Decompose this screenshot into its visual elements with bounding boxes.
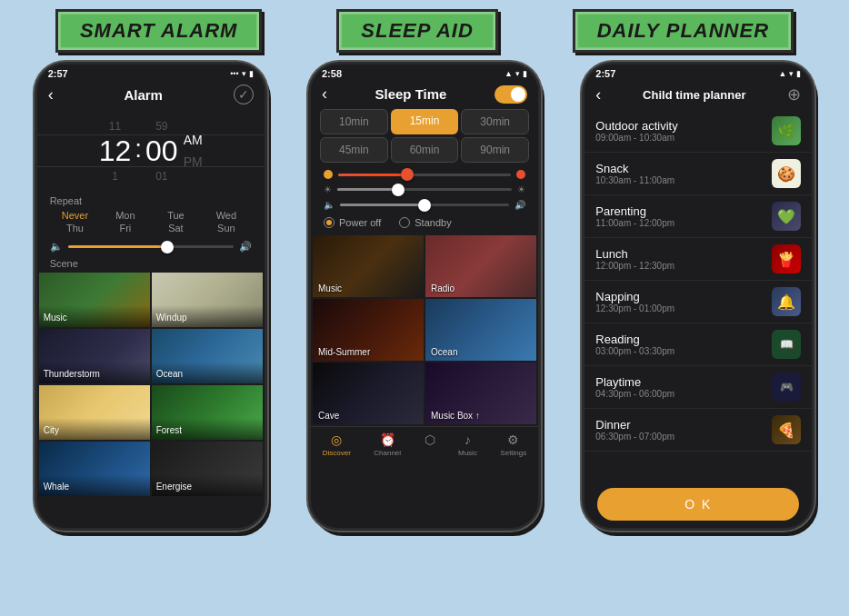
settings-icon: ⚙	[507, 432, 519, 447]
volume3-slider[interactable]	[340, 204, 509, 206]
day-mon[interactable]: Mon	[112, 210, 139, 221]
reading-name: Reading	[595, 333, 764, 346]
center-icon: ⬡	[424, 432, 435, 447]
scene-music[interactable]: Music	[39, 273, 150, 327]
scene-energise[interactable]: Energise	[152, 442, 263, 496]
planner-item-reading[interactable]: Reading 03:00pm - 03:30pm 📖	[584, 323, 812, 366]
sleep-toggle[interactable]	[494, 85, 527, 104]
day-sat[interactable]: Sat	[162, 223, 189, 233]
time-btn-10min[interactable]: 10min	[320, 109, 388, 134]
scene-grid: Music Windup Thunderstorm Ocean City For…	[37, 271, 265, 498]
planner-item-outdoor[interactable]: Outdoor activity 09:00am - 10:30am 🌿	[584, 110, 812, 153]
discover-label: Discover	[323, 449, 351, 457]
snack-icon: 🍪	[772, 159, 801, 188]
day-fri[interactable]: Fri	[112, 223, 139, 233]
tab-discover[interactable]: ◎ Discover	[323, 432, 351, 457]
day-sun[interactable]: Sun	[213, 223, 240, 233]
lunch-time: 12:00pm - 12:30pm	[595, 261, 764, 271]
time-btn-90min[interactable]: 90min	[461, 137, 529, 163]
volume-row: 🔈 🔊	[37, 237, 265, 256]
daily-planner-label: DAILY PLANNER	[597, 19, 769, 42]
sleep-scene-ocean[interactable]: Ocean	[425, 299, 536, 361]
phone2-back-button[interactable]: ‹	[322, 84, 327, 104]
day-wed[interactable]: Wed	[213, 210, 240, 221]
volume3-slider-row: 🔈 🔊	[324, 200, 525, 210]
day-tue[interactable]: Tue	[162, 210, 189, 221]
power-off-option[interactable]: Power off	[324, 217, 381, 228]
phone1-status-time: 2:57	[48, 68, 68, 79]
parenting-icon: 💚	[772, 202, 801, 231]
day-thu[interactable]: Thu	[61, 223, 88, 233]
sleep-scene-midsummer[interactable]: Mid-Summer	[313, 299, 424, 361]
scene-ocean[interactable]: Ocean	[152, 329, 263, 383]
planner-item-parenting[interactable]: Parenting 11:00am - 12:00pm 💚	[584, 195, 812, 238]
planner-item-lunch[interactable]: Lunch 12:00pm - 12:30pm 🍟	[584, 238, 812, 281]
phone1-back-button[interactable]: ‹	[48, 85, 54, 104]
tab-center[interactable]: ⬡	[424, 432, 435, 457]
signal-icon: •••	[230, 69, 238, 78]
scene-windup[interactable]: Windup	[152, 273, 263, 327]
time-btn-60min[interactable]: 60min	[391, 137, 459, 163]
prev-minute: 59	[155, 120, 167, 133]
phone2-screen: 2:58 ▲ ▾ ▮ ‹ Sleep Time 10min 15min 30m	[311, 65, 538, 528]
smart-alarm-label: SMART ALARM	[80, 19, 238, 42]
wifi-icon: ▾	[789, 69, 794, 78]
outdoor-time: 09:00am - 10:30am	[595, 133, 764, 143]
time-btn-15min[interactable]: 15min	[391, 109, 459, 134]
planner-item-snack[interactable]: Snack 10:30am - 11:00am 🍪	[584, 153, 812, 195]
daily-planner-badge: DAILY PLANNER	[573, 9, 794, 53]
sleep-scene-musicbox[interactable]: Music Box ↑	[425, 363, 536, 424]
brightness-slider[interactable]	[338, 174, 511, 176]
tab-settings[interactable]: ⚙ Settings	[500, 432, 526, 457]
phone2-nav-title: Sleep Time	[375, 86, 447, 102]
playtime-info: Playtime 04:30pm - 06:00pm	[595, 375, 764, 399]
scene-city[interactable]: City	[39, 385, 150, 440]
volume2-slider[interactable]	[337, 188, 512, 191]
planner-item-napping[interactable]: Napping 12:30pm - 01:00pm 🔔	[584, 281, 812, 323]
playtime-icon: 🎮	[772, 373, 801, 402]
outdoor-info: Outdoor activity 09:00am - 10:30am	[595, 119, 764, 143]
volume-slider[interactable]	[68, 245, 234, 248]
next-hour: 1	[112, 170, 118, 183]
brightness-high-icon: ☀	[517, 184, 525, 194]
phone3-back-button[interactable]: ‹	[595, 85, 601, 104]
brightness-dot-right	[516, 170, 525, 179]
time-btn-45min[interactable]: 45min	[320, 137, 388, 163]
scene-forest[interactable]: Forest	[152, 385, 263, 440]
sleep-scene-radio[interactable]: Radio	[425, 235, 536, 297]
planner-list: Outdoor activity 09:00am - 10:30am 🌿 Sna…	[584, 110, 812, 481]
time-btn-30min[interactable]: 30min	[461, 109, 529, 134]
add-button[interactable]: ⊕	[787, 84, 801, 104]
days-row-1: Never Mon Tue Wed	[50, 210, 252, 221]
power-off-radio[interactable]	[324, 217, 335, 228]
phone-smart-alarm: 2:57 ••• ▾ ▮ ‹ Alarm ✓ 11 12 1	[35, 62, 267, 531]
planner-item-playtime[interactable]: Playtime 04:30pm - 06:00pm 🎮	[584, 366, 812, 409]
phone1-time-picker[interactable]: 11 12 1 : 59 00 01 AM PM	[37, 110, 265, 192]
scene-thunderstorm[interactable]: Thunderstorm	[39, 329, 150, 383]
scene-whale[interactable]: Whale	[39, 442, 150, 496]
tab-channel[interactable]: ⏰ Channel	[374, 432, 401, 457]
snack-info: Snack 10:30am - 11:00am	[595, 162, 764, 185]
phone1-check-button[interactable]: ✓	[234, 84, 254, 104]
planner-item-dinner[interactable]: Dinner 06:30pm - 07:00pm 🍕	[584, 409, 812, 452]
playtime-name: Playtime	[595, 375, 764, 389]
dinner-name: Dinner	[595, 418, 764, 432]
lunch-name: Lunch	[595, 247, 764, 261]
sleep-scene-music[interactable]: Music	[313, 235, 424, 297]
standby-option[interactable]: Standby	[399, 217, 451, 228]
scene-label: Scene	[37, 256, 265, 271]
phone-sleep-aid: 2:58 ▲ ▾ ▮ ‹ Sleep Time 10min 15min 30m	[308, 62, 541, 531]
ok-button[interactable]: O K	[597, 488, 799, 521]
day-never[interactable]: Never	[61, 210, 88, 221]
outdoor-name: Outdoor activity	[595, 119, 764, 133]
wifi-icon: ▾	[515, 69, 520, 78]
signal-icon: ▲	[504, 69, 513, 78]
next-minute: 01	[155, 170, 167, 183]
outdoor-icon: 🌿	[772, 116, 801, 145]
sleep-scene-cave[interactable]: Cave	[313, 363, 424, 424]
power-off-label: Power off	[339, 217, 381, 228]
sleep-aid-badge: SLEEP AID	[336, 9, 498, 53]
napping-name: Napping	[595, 290, 764, 303]
standby-radio[interactable]	[399, 217, 410, 228]
tab-music[interactable]: ♪ Music	[458, 432, 477, 457]
